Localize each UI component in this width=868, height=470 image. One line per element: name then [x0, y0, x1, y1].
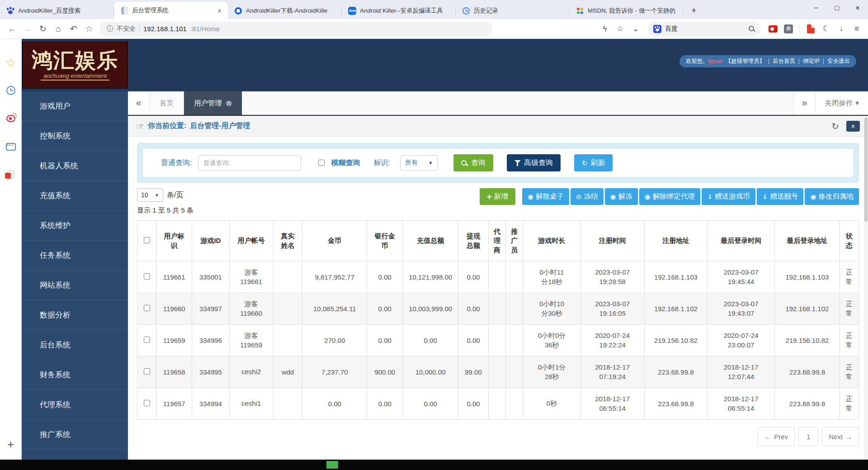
row-checkbox[interactable] [144, 400, 150, 406]
select-all-checkbox[interactable] [144, 237, 150, 243]
refresh-button[interactable]: ↻ 刷新 [574, 154, 613, 171]
page-number-button[interactable]: 1 [798, 427, 818, 446]
cell-account[interactable]: 游客 119661 [229, 261, 273, 293]
sidebar-item-promotion-system[interactable]: 推广系统 [22, 420, 128, 450]
cell-account[interactable]: ceshi1 [229, 388, 273, 420]
add-sidebar-item-icon[interactable]: + [7, 437, 14, 451]
history-clock-icon[interactable] [5, 85, 16, 96]
dark-mode-moon-icon[interactable]: ☾ [819, 22, 833, 36]
browser-menu-icon[interactable]: ≡ [850, 22, 863, 36]
scrollbar-thumb[interactable] [864, 118, 868, 222]
fuzzy-checkbox[interactable] [318, 160, 325, 166]
download-icon[interactable]: ↓ [835, 22, 848, 36]
table-row[interactable]: 119657 334994 ceshi1 0.00 0.00 0.00 0.00 [137, 388, 859, 420]
sidebar-item-website-system[interactable]: 网站系统 [22, 271, 128, 300]
taskbar-app-indicator[interactable] [326, 461, 338, 469]
weibo-icon[interactable] [5, 113, 16, 124]
row-checkbox[interactable] [144, 368, 150, 375]
table-row[interactable]: 119661 335001 游客 119661 9,817,952.77 0.0… [137, 261, 859, 293]
browser-tab-androidkiller-tool[interactable]: Android Killer--安卓反编译工具 [342, 3, 456, 19]
bookmark-star-icon[interactable]: ☆ [81, 21, 97, 37]
row-checkbox[interactable] [144, 273, 150, 280]
next-page-button[interactable]: Next → [822, 427, 859, 446]
prev-page-button[interactable]: ← Prev [758, 427, 795, 446]
scroll-tabs-right-icon[interactable]: » [793, 91, 815, 115]
sidebar-item-data-analysis[interactable]: 数据分析 [22, 300, 128, 330]
cell-account[interactable]: ceshi2 [229, 356, 273, 388]
dissolve-table-button[interactable]: ◉ 解散桌子 [522, 188, 569, 205]
chevron-down-icon[interactable]: ⌄ [629, 22, 642, 36]
home-icon[interactable]: ⌂ [51, 21, 66, 37]
reload-icon[interactable]: ↻ [35, 21, 51, 37]
gift-nice-number-button[interactable]: ⇓ 赠送靓号 [757, 188, 804, 205]
sidebar-item-recharge-system[interactable]: 充值系统 [22, 181, 128, 211]
collapse-panel-icon[interactable]: ∧ [846, 121, 860, 132]
tab-home[interactable]: 首页 [150, 91, 184, 115]
sidebar-item-partial[interactable] [22, 450, 128, 460]
sidebar-item-agent-system[interactable]: 代理系统 [22, 390, 128, 420]
pdf-app-icon[interactable] [5, 169, 16, 180]
search-box[interactable]: 百度 [648, 22, 761, 36]
cell-bank: 0.00 [367, 325, 403, 356]
add-button[interactable]: + 新增 [480, 188, 515, 205]
row-checkbox[interactable] [144, 305, 150, 311]
new-tab-button[interactable]: + [686, 3, 702, 18]
forward-icon[interactable]: → [20, 21, 35, 37]
close-operations-dropdown[interactable]: 关闭操作 ▾ [815, 91, 868, 115]
extension-red-icon[interactable] [766, 22, 780, 36]
info-icon[interactable]: ⓘ [107, 25, 113, 33]
sidebar-item-backend-system[interactable]: 后台系统 [22, 330, 128, 360]
page-size-select[interactable]: 10 ▼ [137, 188, 163, 202]
table-row[interactable]: 119660 334997 游客 119660 10,085,254.11 0.… [137, 293, 859, 325]
browser-tab-msdn[interactable]: MSDN, 我告诉你 - 做一个安静的 [570, 3, 684, 19]
query-button[interactable]: 查询 [453, 154, 493, 171]
scroll-tabs-left-icon[interactable]: « [128, 91, 150, 115]
bind-ip-link[interactable]: 绑定IP [803, 57, 820, 65]
sidebar-item-system-maintenance[interactable]: 系统维护 [22, 211, 128, 241]
query-input[interactable] [198, 155, 301, 171]
favorites-star-icon[interactable]: ☆ [5, 57, 16, 68]
sidebar-item-control-system[interactable]: 控制系统 [22, 121, 128, 151]
sidebar-item-finance-system[interactable]: 财务系统 [22, 360, 128, 390]
row-checkbox[interactable] [144, 337, 150, 343]
maximize-button[interactable]: □ [826, 0, 847, 16]
logout-link[interactable]: 安全退出 [827, 57, 850, 65]
tab-close-icon[interactable]: ⊗ [226, 99, 232, 108]
table-row[interactable]: 119658 334995 ceshi2 wdd 7,237.70 900.00… [137, 356, 859, 388]
unfreeze-button[interactable]: ◉ 解冻 [605, 188, 638, 205]
cell-last-time: 2020-07-24 23:00:07 [707, 325, 774, 356]
modify-location-button[interactable]: ◉ 修改归属地 [805, 188, 859, 205]
flash-icon[interactable]: ϟ [598, 22, 612, 36]
os-taskbar[interactable] [0, 460, 868, 470]
search-icon[interactable] [748, 25, 755, 33]
sidebar-item-task-system[interactable]: 任务系统 [22, 241, 128, 271]
page-scrollbar[interactable] [864, 116, 868, 460]
close-button[interactable]: × [847, 0, 868, 16]
back-icon[interactable]: ← [5, 21, 20, 37]
star-outline-icon[interactable]: ☆ [613, 22, 627, 36]
window-app-icon[interactable] [5, 141, 16, 152]
freeze-button[interactable]: ⊘ 冻结 [571, 188, 604, 205]
cell-account[interactable]: 游客 119660 [229, 293, 273, 325]
coupon-extension-icon[interactable]: 券 [782, 22, 795, 36]
pdf-extension-icon[interactable] [804, 22, 817, 36]
advanced-query-button[interactable]: 高级查询 [507, 154, 561, 171]
refresh-page-icon[interactable]: ↻ [831, 121, 839, 132]
table-row[interactable]: 119659 334996 游客 119659 270.00 0.00 0.00… [137, 325, 859, 356]
browser-tab-androidkiller-download[interactable]: AndroidKiller下载-AndroidKille [228, 3, 342, 19]
tab-close-icon[interactable]: × [216, 7, 223, 14]
browser-tab-history[interactable]: 历史记录 [456, 3, 570, 19]
sidebar-item-game-users[interactable]: 游戏用户 [22, 91, 128, 121]
sidebar-item-robot-system[interactable]: 机器人系统 [22, 151, 128, 181]
tab-user-management[interactable]: 用户管理 ⊗ [184, 91, 242, 115]
flag-select[interactable]: 所有 ▼ [400, 155, 438, 171]
admin-home-link[interactable]: 后台首页 [773, 57, 795, 65]
cell-account[interactable]: 游客 119659 [229, 325, 273, 356]
undo-icon[interactable]: ↶ [66, 21, 81, 37]
minimize-button[interactable]: − [806, 0, 826, 16]
browser-tab-baidu-search[interactable]: AndroidKiller_百度搜索 [0, 3, 114, 19]
gift-game-coins-button[interactable]: ⇓ 赠送游戏币 [702, 188, 755, 205]
browser-tab-admin-system[interactable]: 后台管理系统 × [114, 2, 228, 19]
url-field[interactable]: ⓘ 不安全 192.168.1.101:81/Home [99, 22, 493, 36]
unbind-agent-button[interactable]: ◉ 解除绑定代理 [639, 188, 700, 205]
